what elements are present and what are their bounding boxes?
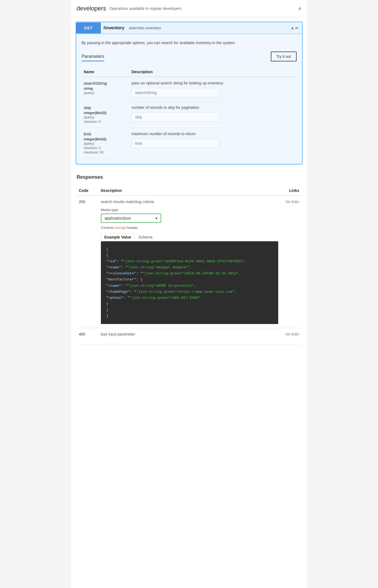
collapse-icon[interactable]: ∧ — [298, 5, 302, 12]
api-description-text: By passing in the appropriate options, y… — [82, 39, 297, 45]
param-location: (query) — [84, 142, 127, 146]
param-description: pass an optional search string for looki… — [132, 81, 294, 85]
param-input[interactable] — [132, 112, 219, 122]
controls-text: Controls — [101, 226, 115, 230]
controls-line: Controls Accept header. — [101, 226, 278, 230]
col-name-header: Name — [82, 67, 129, 77]
media-type-label: Media type — [101, 208, 278, 212]
param-name: searchString — [84, 81, 127, 86]
param-type: integer($int32) — [84, 137, 127, 141]
response-description-cell: bad input parameter — [99, 328, 281, 344]
param-constraint: maximum: 50 — [84, 150, 127, 154]
param-type: string — [84, 87, 127, 90]
dropdown-arrow-icon: ▾ — [155, 216, 157, 220]
param-constraint: minimum: 0 — [84, 146, 127, 150]
param-name: limit — [84, 132, 127, 136]
param-description: maximum number of records to return — [132, 132, 294, 136]
page-header-left: developers Operations available to regul… — [77, 5, 182, 12]
api-path: /inventory — [101, 22, 127, 34]
responses-table: Code Description Links 200search results… — [77, 186, 302, 344]
api-body: By passing in the appropriate options, y… — [76, 34, 302, 164]
response-row: 200search results matching criteria Medi… — [77, 196, 302, 328]
api-description-header: searches inventory — [127, 22, 288, 33]
response-description-cell: search results matching criteria Media t… — [99, 196, 281, 328]
response-links: No links — [280, 196, 301, 328]
param-row: skip integer($int32) (query) minimum: 0 … — [82, 101, 297, 128]
col-links-header: Links — [280, 186, 301, 196]
col-description-header: Description — [99, 186, 281, 196]
params-section: Parameters Try it out Name Description s… — [82, 52, 297, 158]
api-header-icons: ∧ ↵ — [288, 25, 302, 31]
response-code: 400 — [77, 328, 99, 344]
arrow-icon[interactable]: ↵ — [295, 25, 299, 31]
param-row: limit integer($int32) (query) minimum: 0… — [82, 128, 297, 158]
try-it-out-button[interactable]: Try it out — [271, 52, 297, 61]
param-input[interactable] — [132, 88, 219, 97]
response-row: 400bad input parameterNo links — [77, 328, 302, 344]
params-tab[interactable]: Parameters — [82, 54, 104, 61]
params-header: Parameters Try it out — [82, 52, 297, 61]
responses-title: Responses — [77, 174, 302, 180]
params-table: Name Description searchString string (qu… — [82, 67, 297, 158]
param-row: searchString string (query) pass an opti… — [82, 77, 297, 101]
col-description-header: Description — [129, 67, 297, 77]
param-constraint: minimum: 0 — [84, 120, 127, 124]
col-code-header: Code — [77, 186, 99, 196]
media-type-value: application/json — [105, 216, 131, 220]
json-code-block: [ { ">id": ""json-string-green">d290f1ee… — [101, 241, 278, 324]
page-title: developers — [77, 5, 106, 12]
example-schema-tabs: Example Value Schema — [101, 233, 278, 241]
method-badge: GET — [76, 22, 101, 33]
page-wrapper: developers Operations available to regul… — [71, 0, 307, 588]
schema-tab[interactable]: Schema — [135, 233, 156, 241]
chevron-icon[interactable]: ∧ — [291, 25, 294, 31]
response-desc-main: search results matching criteria — [101, 200, 278, 204]
media-type-select[interactable]: application/json ▾ — [101, 214, 161, 223]
param-input[interactable] — [132, 139, 219, 148]
response-links: No links — [280, 328, 301, 344]
example-value-tab[interactable]: Example Value — [101, 233, 135, 241]
response-desc-main: bad input parameter — [101, 332, 278, 336]
param-description: number of records to skip for pagination — [132, 105, 294, 110]
page-subtitle: Operations available to regular develope… — [109, 6, 181, 11]
api-header[interactable]: GET /inventory searches inventory ∧ ↵ — [76, 22, 302, 34]
response-code: 200 — [77, 196, 99, 328]
api-section: GET /inventory searches inventory ∧ ↵ By… — [76, 22, 303, 164]
param-type: integer($int32) — [84, 111, 127, 115]
accept-text: Accept — [115, 226, 126, 230]
param-location: (query) — [84, 91, 127, 95]
header-text: header. — [127, 226, 139, 230]
page-header: developers Operations available to regul… — [71, 0, 307, 17]
param-name: skip — [84, 105, 127, 110]
responses-section: Responses Code Description Links 200sear… — [71, 169, 307, 350]
param-location: (query) — [84, 115, 127, 119]
